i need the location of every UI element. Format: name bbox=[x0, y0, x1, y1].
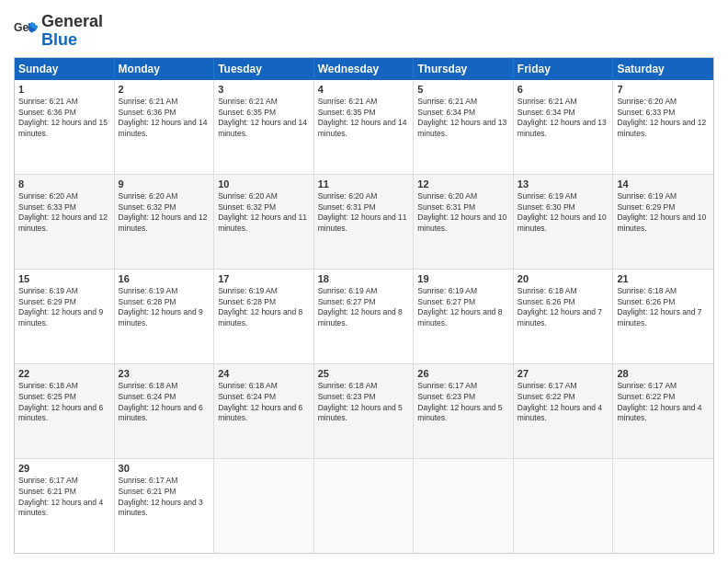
daylight-text: Daylight: 12 hours and 9 minutes. bbox=[18, 307, 103, 327]
sunrise-text: Sunrise: 6:17 AM bbox=[18, 476, 78, 485]
calendar-cell: 12 Sunrise: 6:20 AM Sunset: 6:31 PM Dayl… bbox=[414, 175, 514, 269]
sunrise-text: Sunrise: 6:21 AM bbox=[518, 97, 577, 106]
day-number: 5 bbox=[417, 83, 509, 96]
calendar-header: SundayMondayTuesdayWednesdayThursdayFrid… bbox=[15, 58, 713, 80]
sunset-text: Sunset: 6:36 PM bbox=[119, 108, 176, 117]
sunset-text: Sunset: 6:33 PM bbox=[617, 108, 675, 117]
daylight-text: Daylight: 12 hours and 9 minutes. bbox=[119, 307, 203, 327]
daylight-text: Daylight: 12 hours and 3 minutes. bbox=[119, 498, 203, 518]
calendar-cell: 22 Sunrise: 6:18 AM Sunset: 6:25 PM Dayl… bbox=[15, 364, 115, 458]
calendar-cell: 30 Sunrise: 6:17 AM Sunset: 6:21 PM Dayl… bbox=[115, 459, 215, 553]
sunset-text: Sunset: 6:24 PM bbox=[218, 392, 276, 401]
sunrise-text: Sunrise: 6:18 AM bbox=[518, 286, 577, 295]
weekday-header: Thursday bbox=[414, 58, 514, 80]
calendar-cell: 15 Sunrise: 6:19 AM Sunset: 6:29 PM Dayl… bbox=[15, 270, 115, 363]
calendar-row: 22 Sunrise: 6:18 AM Sunset: 6:25 PM Dayl… bbox=[15, 363, 713, 458]
daylight-text: Daylight: 12 hours and 15 minutes. bbox=[18, 118, 108, 138]
calendar-cell: 10 Sunrise: 6:20 AM Sunset: 6:32 PM Dayl… bbox=[214, 175, 314, 269]
day-number: 1 bbox=[18, 83, 110, 96]
day-number: 24 bbox=[218, 367, 310, 380]
sunrise-text: Sunrise: 6:19 AM bbox=[417, 286, 477, 295]
calendar-cell: 18 Sunrise: 6:19 AM Sunset: 6:27 PM Dayl… bbox=[314, 270, 415, 363]
sunrise-text: Sunrise: 6:20 AM bbox=[218, 191, 278, 201]
day-number: 25 bbox=[318, 367, 410, 380]
sunrise-text: Sunrise: 6:20 AM bbox=[417, 191, 477, 201]
daylight-text: Daylight: 12 hours and 4 minutes. bbox=[617, 403, 701, 423]
weekday-header: Saturday bbox=[613, 58, 713, 80]
calendar-cell: 29 Sunrise: 6:17 AM Sunset: 6:21 PM Dayl… bbox=[15, 459, 115, 553]
calendar-page: Gen GeneralBlue SundayMondayTuesdayWedne… bbox=[0, 0, 728, 563]
sunset-text: Sunset: 6:29 PM bbox=[617, 202, 675, 212]
daylight-text: Daylight: 12 hours and 12 minutes. bbox=[119, 213, 208, 233]
daylight-text: Daylight: 12 hours and 5 minutes. bbox=[417, 403, 502, 423]
sunrise-text: Sunrise: 6:19 AM bbox=[617, 191, 677, 201]
calendar-cell: 21 Sunrise: 6:18 AM Sunset: 6:26 PM Dayl… bbox=[613, 270, 713, 363]
calendar-cell: 13 Sunrise: 6:19 AM Sunset: 6:30 PM Dayl… bbox=[514, 175, 614, 269]
day-number: 7 bbox=[617, 83, 710, 96]
daylight-text: Daylight: 12 hours and 8 minutes. bbox=[218, 307, 302, 327]
daylight-text: Daylight: 12 hours and 5 minutes. bbox=[318, 403, 403, 423]
sunrise-text: Sunrise: 6:21 AM bbox=[318, 97, 378, 106]
sunrise-text: Sunrise: 6:20 AM bbox=[18, 191, 78, 201]
sunset-text: Sunset: 6:21 PM bbox=[18, 487, 76, 496]
sunset-text: Sunset: 6:32 PM bbox=[218, 202, 276, 212]
calendar-cell: 20 Sunrise: 6:18 AM Sunset: 6:26 PM Dayl… bbox=[514, 270, 614, 363]
sunset-text: Sunset: 6:24 PM bbox=[119, 392, 176, 401]
daylight-text: Daylight: 12 hours and 14 minutes. bbox=[119, 118, 208, 138]
sunset-text: Sunset: 6:34 PM bbox=[518, 108, 575, 117]
daylight-text: Daylight: 12 hours and 11 minutes. bbox=[318, 213, 407, 233]
sunrise-text: Sunrise: 6:17 AM bbox=[417, 381, 477, 390]
sunrise-text: Sunrise: 6:19 AM bbox=[318, 286, 378, 295]
daylight-text: Daylight: 12 hours and 12 minutes. bbox=[617, 118, 706, 138]
sunset-text: Sunset: 6:30 PM bbox=[518, 202, 575, 212]
sunrise-text: Sunrise: 6:18 AM bbox=[119, 381, 178, 390]
calendar: SundayMondayTuesdayWednesdayThursdayFrid… bbox=[14, 57, 714, 554]
day-number: 12 bbox=[417, 178, 509, 190]
day-number: 19 bbox=[417, 272, 509, 285]
sunrise-text: Sunrise: 6:17 AM bbox=[518, 381, 577, 390]
calendar-cell: 9 Sunrise: 6:20 AM Sunset: 6:32 PM Dayli… bbox=[115, 175, 215, 269]
day-number: 18 bbox=[318, 272, 410, 285]
sunrise-text: Sunrise: 6:21 AM bbox=[417, 97, 477, 106]
calendar-cell: 28 Sunrise: 6:17 AM Sunset: 6:22 PM Dayl… bbox=[613, 364, 713, 458]
day-number: 28 bbox=[617, 367, 710, 380]
day-number: 2 bbox=[119, 83, 210, 96]
sunset-text: Sunset: 6:23 PM bbox=[318, 392, 376, 401]
calendar-cell bbox=[514, 459, 614, 553]
sunrise-text: Sunrise: 6:19 AM bbox=[119, 286, 178, 295]
calendar-row: 29 Sunrise: 6:17 AM Sunset: 6:21 PM Dayl… bbox=[15, 458, 713, 553]
sunrise-text: Sunrise: 6:19 AM bbox=[218, 286, 278, 295]
sunset-text: Sunset: 6:31 PM bbox=[318, 202, 376, 212]
daylight-text: Daylight: 12 hours and 6 minutes. bbox=[119, 403, 203, 423]
daylight-text: Daylight: 12 hours and 13 minutes. bbox=[518, 118, 607, 138]
calendar-cell: 2 Sunrise: 6:21 AM Sunset: 6:36 PM Dayli… bbox=[115, 80, 215, 174]
calendar-cell: 11 Sunrise: 6:20 AM Sunset: 6:31 PM Dayl… bbox=[314, 175, 415, 269]
day-number: 21 bbox=[617, 272, 710, 285]
sunset-text: Sunset: 6:22 PM bbox=[518, 392, 575, 401]
weekday-header: Wednesday bbox=[314, 58, 415, 80]
calendar-cell bbox=[414, 459, 514, 553]
sunrise-text: Sunrise: 6:21 AM bbox=[218, 97, 278, 106]
sunset-text: Sunset: 6:26 PM bbox=[617, 297, 675, 306]
calendar-body: 1 Sunrise: 6:21 AM Sunset: 6:36 PM Dayli… bbox=[15, 80, 713, 553]
sunset-text: Sunset: 6:22 PM bbox=[617, 392, 675, 401]
header: Gen GeneralBlue bbox=[14, 9, 714, 50]
calendar-cell bbox=[314, 459, 415, 553]
calendar-cell bbox=[613, 459, 713, 553]
daylight-text: Daylight: 12 hours and 10 minutes. bbox=[518, 213, 607, 233]
sunset-text: Sunset: 6:27 PM bbox=[417, 297, 475, 306]
sunrise-text: Sunrise: 6:17 AM bbox=[617, 381, 677, 390]
sunrise-text: Sunrise: 6:19 AM bbox=[18, 286, 78, 295]
daylight-text: Daylight: 12 hours and 11 minutes. bbox=[218, 213, 307, 233]
sunrise-text: Sunrise: 6:20 AM bbox=[617, 97, 677, 106]
sunset-text: Sunset: 6:35 PM bbox=[218, 108, 276, 117]
sunset-text: Sunset: 6:36 PM bbox=[18, 108, 76, 117]
logo-icon: Gen bbox=[14, 18, 40, 44]
day-number: 22 bbox=[18, 367, 110, 380]
day-number: 29 bbox=[18, 462, 110, 475]
calendar-cell: 19 Sunrise: 6:19 AM Sunset: 6:27 PM Dayl… bbox=[414, 270, 514, 363]
daylight-text: Daylight: 12 hours and 12 minutes. bbox=[18, 213, 108, 233]
calendar-cell: 8 Sunrise: 6:20 AM Sunset: 6:33 PM Dayli… bbox=[15, 175, 115, 269]
sunset-text: Sunset: 6:31 PM bbox=[417, 202, 475, 212]
daylight-text: Daylight: 12 hours and 7 minutes. bbox=[518, 307, 602, 327]
